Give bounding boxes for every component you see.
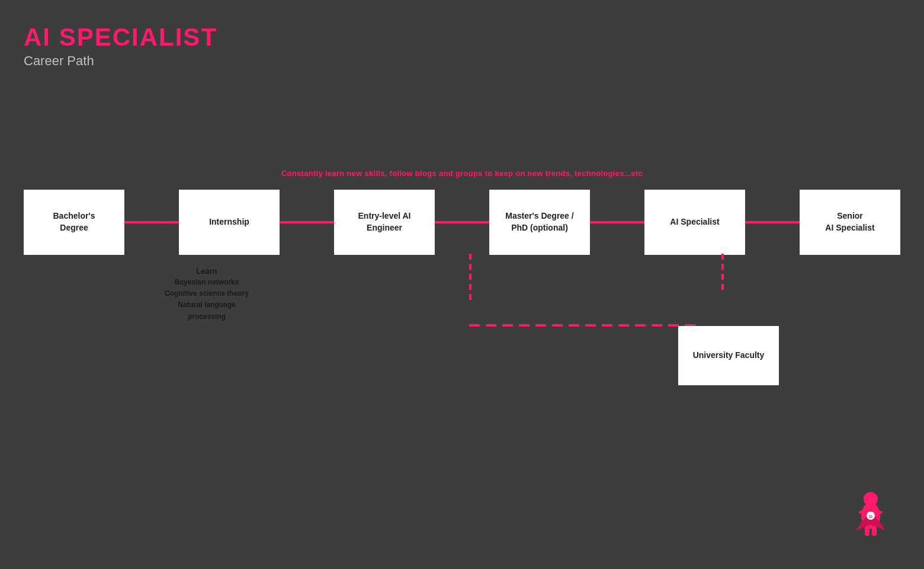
masters-vertical-dashes [469,254,471,302]
connector-1 [124,221,179,223]
masters-label: Master's Degree /PhD (optional) [505,210,573,234]
dash-v-1 [469,254,471,260]
dash-v-5 [469,294,471,300]
learn-title: Learn [165,267,249,276]
page-title: AI SPECIALIST [24,24,217,51]
dash-v-2 [469,264,471,270]
masters-box: Master's Degree /PhD (optional) [489,190,590,255]
ai-specialist-box: AI Specialist [644,190,745,255]
skill-3: Natural languageprocessing [165,299,249,322]
svg-point-1 [864,492,878,506]
senior-dash-v-4 [721,284,724,290]
career-path-row: Bachelor'sDegree Internship Entry-level … [18,190,906,255]
bachelors-label: Bachelor'sDegree [53,210,95,234]
skill-2: Cognitive science theory [165,288,249,299]
university-faculty-box: University Faculty [678,326,779,385]
svg-text:G: G [869,514,872,519]
senior-ai-label: SeniorAI Specialist [825,210,874,234]
svg-rect-5 [872,526,877,536]
senior-dash-v-2 [721,264,724,270]
university-faculty-label: University Faculty [693,350,765,362]
skill-1: Bayesian networks [165,277,249,288]
bachelors-box: Bachelor'sDegree [24,190,124,255]
tagline: Constantly learn new skills, follow blog… [281,169,643,178]
dash-v-4 [469,284,471,290]
connector-5 [745,221,800,223]
ai-specialist-label: AI Specialist [670,216,719,228]
connector-2 [280,221,334,223]
entry-level-box: Entry-level AIEngineer [334,190,435,255]
career-diagram: Bachelor'sDegree Internship Entry-level … [18,190,906,255]
senior-dash-v-1 [721,254,724,260]
senior-vertical-dashes [721,254,724,292]
connector-4 [590,221,644,223]
internship-skills: Learn Bayesian networks Cognitive scienc… [165,267,249,322]
header: AI SPECIALIST Career Path [24,24,217,69]
senior-ai-box: SeniorAI Specialist [800,190,900,255]
connector-3 [435,221,489,223]
superhero-icon: G [847,486,894,539]
svg-rect-4 [865,526,870,536]
dash-v-3 [469,274,471,280]
dashed-horizontal-line [469,324,696,327]
internship-box: Internship [179,190,280,255]
internship-label: Internship [209,216,249,228]
entry-level-label: Entry-level AIEngineer [358,210,411,234]
senior-dash-v-3 [721,274,724,280]
page-subtitle: Career Path [24,53,217,69]
